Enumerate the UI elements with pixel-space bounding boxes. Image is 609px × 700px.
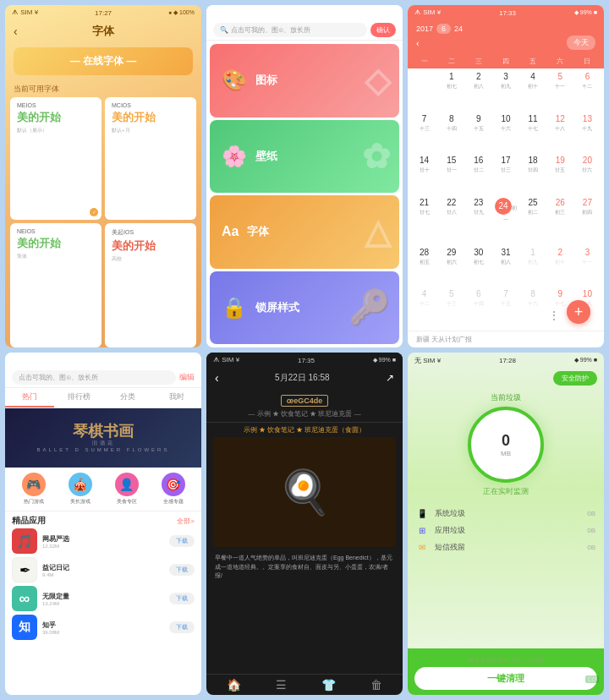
icon-circle-0: 🎮	[22, 473, 46, 496]
cal-day-8[interactable]: 8十四	[438, 112, 464, 154]
cal-day-11[interactable]: 11十七	[520, 112, 546, 154]
icon-item-1[interactable]: 🎪 美长游戏	[69, 473, 92, 506]
menu-item-font[interactable]: Aa 字体 △	[210, 195, 399, 269]
carrier-5: ᗑ SIM ¥	[213, 356, 239, 364]
tab-hot[interactable]: 热门	[5, 388, 54, 407]
cal-day-16[interactable]: 16廿二	[465, 154, 491, 195]
cal-day-21[interactable]: 21廿七	[411, 196, 437, 245]
cal-day-24[interactable]: 24初一	[492, 196, 518, 245]
cal-day-4[interactable]: 4十二	[411, 287, 437, 329]
edit-button[interactable]: 编辑	[179, 372, 195, 383]
footer-menu-icon[interactable]: ☰	[276, 678, 287, 692]
apps-section-link[interactable]: 全部>	[177, 517, 195, 526]
cal-day-6[interactable]: 6十二	[574, 70, 601, 112]
cal-day-5[interactable]: 5十三	[438, 287, 464, 329]
menu-item-lockscreen[interactable]: 🔒 锁屏样式 🔑	[210, 271, 399, 345]
icon-item-3[interactable]: 🎯 全感专题	[162, 473, 185, 506]
app-item-3[interactable]: 知 知乎 39.08M 下载	[12, 615, 195, 640]
trash-list: 📱 系统垃圾 0B ⊞ 应用垃圾 0B ✉ 短信残留 0B	[408, 504, 604, 580]
gauge-section: 当前垃圾 0 MB 正在实时监测	[408, 389, 604, 504]
trash-item-2: ✉ 短信残留 0B	[416, 541, 595, 553]
confirm-button[interactable]: 确认	[370, 23, 396, 37]
carrier-1: ᗑ SIM ¥	[12, 8, 38, 17]
cal-day-30[interactable]: 30初七	[465, 246, 491, 287]
tab-ranking[interactable]: 排行榜	[54, 388, 103, 407]
footer-home-icon[interactable]: 🏠	[227, 678, 241, 692]
menu-item-wallpaper[interactable]: 🌸 壁纸 ✿	[210, 120, 399, 194]
footer-trash-icon[interactable]: 🗑	[370, 678, 382, 692]
cal-day-15[interactable]: 15廿一	[438, 154, 464, 195]
online-font-section[interactable]: — 在线字体 —	[14, 47, 193, 75]
month-nav-left[interactable]: ‹	[416, 38, 420, 48]
icon-item-0[interactable]: 🎮 热门游戏	[22, 473, 46, 506]
clean-button[interactable]: 一键清理	[414, 667, 597, 690]
font-name-2: NEIOS	[17, 228, 95, 234]
font-card-1[interactable]: MCIOS 美的开始 默认+月	[105, 97, 196, 220]
cal-day-19[interactable]: 19廿五	[547, 154, 573, 195]
download-btn-0[interactable]: 下载	[169, 535, 195, 547]
share-icon[interactable]: ↗	[386, 372, 394, 384]
icon-item-2[interactable]: 👤 美食专区	[115, 473, 139, 506]
download-btn-3[interactable]: 下载	[169, 621, 195, 633]
cal-day-6[interactable]: 6十四	[465, 287, 491, 329]
back-button-1[interactable]: ‹	[14, 25, 18, 38]
cal-day-14[interactable]: 14廿十	[411, 154, 437, 195]
cal-day-1[interactable]: 1初七	[438, 70, 464, 112]
font-card-3[interactable]: 美起IOS 美的开始 高校	[105, 223, 196, 348]
cal-day-5[interactable]: 5十一	[547, 70, 573, 112]
cal-day-17[interactable]: 17廿三	[492, 154, 518, 195]
cal-day-13[interactable]: 13十九	[574, 112, 601, 154]
menu-item-icon[interactable]: 🎨 图标 ◇	[210, 44, 399, 118]
cal-day-31[interactable]: 31初八	[492, 246, 518, 287]
cal-day-20[interactable]: 20廿六	[574, 154, 601, 195]
cal-day-10[interactable]: 10十六	[492, 112, 518, 154]
cal-day-26[interactable]: 26初三	[547, 196, 573, 245]
cal-day-3[interactable]: 3初九	[492, 70, 518, 112]
article-tags: 示例 ★ 饮食笔记 ★ 班尼迪克蛋（食圆）	[206, 423, 403, 437]
gauge-circle: 0 MB	[468, 407, 544, 483]
cal-day-7[interactable]: 7十五	[492, 287, 518, 329]
wallpaper-icon: 🌸	[222, 145, 247, 168]
back-button-5[interactable]: ‹	[215, 371, 219, 385]
cal-day-2[interactable]: 2初八	[465, 70, 491, 112]
cal-day-27[interactable]: 27初四	[574, 196, 601, 245]
cal-day-29[interactable]: 29初六	[438, 246, 464, 287]
today-button[interactable]: 今天	[567, 36, 595, 50]
tab-category[interactable]: 分类	[103, 388, 152, 407]
cal-day-22[interactable]: 22廿八	[438, 196, 464, 245]
font-card-2[interactable]: NEIOS 美的开始 简体	[10, 223, 102, 348]
cal-day-4[interactable]: 4初十	[520, 70, 546, 112]
wh-mon: 一	[411, 57, 438, 66]
download-btn-2[interactable]: 下载	[169, 593, 195, 604]
month-chip[interactable]: 6	[436, 24, 451, 34]
download-btn-1[interactable]: 下载	[169, 564, 195, 576]
app-item-1[interactable]: ✒ 益记日记 9.4M 下载	[12, 557, 195, 582]
cal-day-7[interactable]: 7十三	[411, 112, 437, 154]
time-6: 17:28	[499, 357, 516, 364]
cal-day-8[interactable]: 8十六	[520, 287, 546, 329]
app-item-0[interactable]: 🎵 网易严选 12.32M 下载	[12, 528, 195, 554]
cal-day-25[interactable]: 25初二	[520, 196, 546, 245]
cal-day-18[interactable]: 18廿四	[520, 154, 546, 195]
app-item-2[interactable]: ∞ 无限定量 13.24M 下载	[12, 586, 195, 611]
cal-day-3[interactable]: 3十一	[574, 246, 601, 287]
cal-day-9[interactable]: 9十五	[465, 112, 491, 154]
appstore-search[interactable]: 点击可我的、图⊙、放长所	[12, 370, 176, 385]
cal-day-23[interactable]: 23廿九	[465, 196, 491, 245]
tab-mine[interactable]: 我时	[152, 388, 201, 407]
footer-shirt-icon[interactable]: 👕	[321, 678, 336, 692]
add-event-button[interactable]: +	[567, 300, 590, 324]
theme-top-bar: 🔍 点击可我的、图⊙、放长所 确认	[206, 20, 403, 41]
cal-day-28[interactable]: 28初五	[411, 246, 437, 287]
cal-day-2[interactable]: 2初十	[547, 246, 573, 287]
wh-sat: 六	[546, 57, 573, 66]
font-card-0[interactable]: MEIOS 美的开始 默认（展示） ✓	[10, 97, 102, 220]
app-info-1: 益记日记 9.4M	[42, 563, 164, 577]
sms-trash-size: 0B	[587, 544, 595, 551]
cal-day-[interactable]	[411, 70, 437, 112]
cal-day-1[interactable]: 1初九	[520, 246, 546, 287]
theme-search-box[interactable]: 🔍 点击可我的、图⊙、放长所	[213, 23, 367, 37]
safe-mode-button[interactable]: 安全防护	[553, 371, 597, 386]
cal-day-12[interactable]: 12十八	[547, 112, 573, 154]
more-options-button[interactable]: ⋮	[548, 309, 560, 322]
